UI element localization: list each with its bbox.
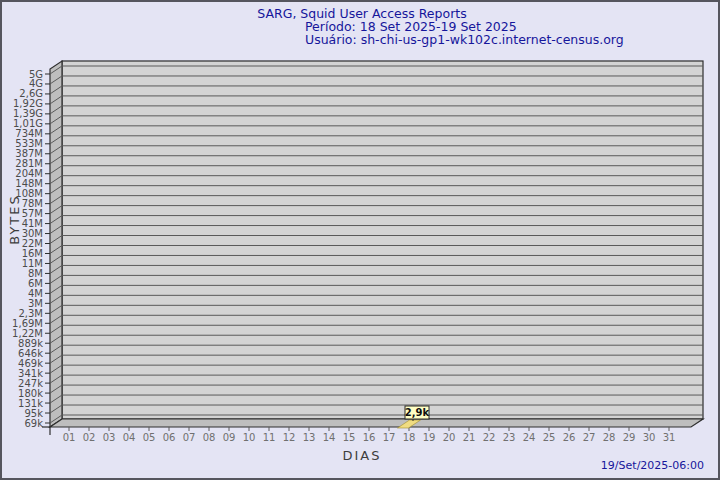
y-tick-label: 69k	[24, 418, 43, 429]
x-tick-label: 29	[623, 432, 636, 443]
x-tick-label: 20	[443, 432, 456, 443]
x-tick-label: 18	[403, 432, 416, 443]
x-tick-label: 31	[663, 432, 676, 443]
x-tick-label: 03	[103, 432, 116, 443]
y-axis-title: BYTES	[7, 190, 22, 250]
report-user: Usuário: sh-chi-us-gp1-wk102c.internet-c…	[305, 32, 624, 47]
x-tick-label: 06	[163, 432, 176, 443]
x-tick-label: 07	[183, 432, 196, 443]
x-tick-label: 11	[263, 432, 276, 443]
x-tick-label: 01	[63, 432, 76, 443]
x-tick-label: 17	[383, 432, 396, 443]
x-tick-label: 15	[343, 432, 356, 443]
x-tick-label: 22	[483, 432, 496, 443]
x-tick-label: 12	[283, 432, 296, 443]
x-tick-label: 05	[143, 432, 156, 443]
x-tick-label: 30	[643, 432, 656, 443]
x-tick-label: 28	[603, 432, 616, 443]
plot-floor	[50, 419, 703, 427]
x-tick-label: 25	[543, 432, 556, 443]
generated-timestamp: 19/Set/2025-06:00	[601, 459, 704, 472]
x-tick-label: 21	[463, 432, 476, 443]
x-tick-label: 26	[563, 432, 576, 443]
x-tick-label: 04	[123, 432, 136, 443]
x-tick-labels: 0102030405060708091011121314151617181920…	[63, 432, 676, 443]
x-tick-label: 10	[243, 432, 256, 443]
x-tick-label: 02	[83, 432, 96, 443]
x-tick-label: 08	[203, 432, 216, 443]
x-tick-label: 16	[363, 432, 376, 443]
x-tick-label: 23	[503, 432, 516, 443]
x-tick-label: 09	[223, 432, 236, 443]
x-tick-label: 19	[423, 432, 436, 443]
sarg-report-page: 5G4G2,6G1,92G1,39G1,01G734M533M387M281M2…	[0, 0, 720, 480]
x-tick-label: 14	[323, 432, 336, 443]
x-tick-label: 27	[583, 432, 596, 443]
bar-chart: 5G4G2,6G1,92G1,39G1,01G734M533M387M281M2…	[2, 2, 720, 480]
x-tick-label: 13	[303, 432, 316, 443]
x-tick-label: 24	[523, 432, 536, 443]
bar-value-label: 2,9k	[405, 407, 430, 418]
